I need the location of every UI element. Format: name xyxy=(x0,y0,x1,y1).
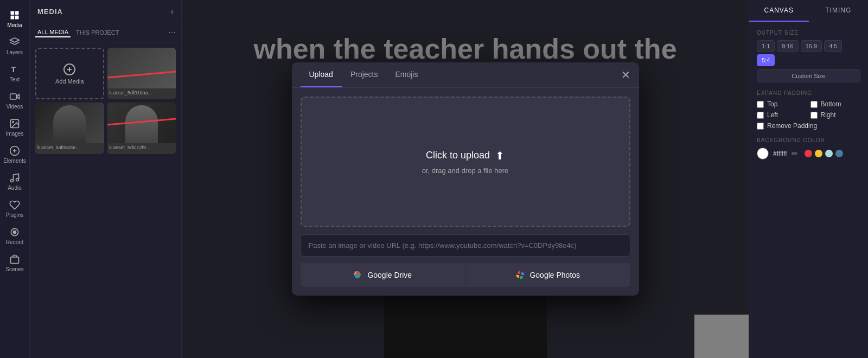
expand-padding-section: EXPAND PADDING Top Bottom Left Right xyxy=(757,90,860,130)
left-sidebar: Media Layers T Text Videos Images Elemen… xyxy=(0,0,30,358)
sidebar-item-text[interactable]: T Text xyxy=(0,60,29,87)
right-panel-content: OUTPUT SIZE 1:1 9:16 16:9 4:5 5:4 Custom… xyxy=(749,22,868,167)
upload-modal: Upload Projects Emojis ✕ Click to upload… xyxy=(292,62,639,296)
padding-left-row[interactable]: Left xyxy=(757,111,807,119)
sidebar-item-scenes[interactable]: Scenes xyxy=(0,250,29,277)
media-panel-tabs: ALL MEDIA THIS PROJECT ··· xyxy=(30,23,181,42)
google-photos-button[interactable]: Google Photos xyxy=(465,263,630,287)
padding-bottom-row[interactable]: Bottom xyxy=(810,100,861,108)
upload-drop-zone[interactable]: Click to upload ⬆ or, drag and drop a fi… xyxy=(301,97,630,227)
custom-size-button[interactable]: Custom Size xyxy=(757,69,860,82)
right-tab-timing[interactable]: TIMING xyxy=(809,0,869,22)
media-asset-1[interactable]: k asset_5df01bba... xyxy=(107,48,176,99)
color-preset-yellow[interactable] xyxy=(815,150,822,157)
media-panel-title: MEDIA xyxy=(37,8,63,16)
size-btn-9-16[interactable]: 9:16 xyxy=(777,40,798,52)
right-panel: CANVAS TIMING OUTPUT SIZE 1:1 9:16 16:9 … xyxy=(749,0,868,358)
expand-padding-grid: Top Bottom Left Right xyxy=(757,100,860,119)
modal-action-buttons: Google Drive Google Photos xyxy=(301,263,630,287)
svg-rect-2 xyxy=(11,16,15,20)
media-tab-more-icon[interactable]: ··· xyxy=(169,28,176,37)
sidebar-item-media[interactable]: Media xyxy=(0,5,29,33)
media-tab-all[interactable]: ALL MEDIA xyxy=(35,28,71,37)
media-asset-3[interactable]: k asset_5dic12f9... xyxy=(107,103,176,154)
modal-overlay: Upload Projects Emojis ✕ Click to upload… xyxy=(182,0,749,358)
bg-color-row: #ffffff ✏ xyxy=(757,148,860,159)
color-preset-green[interactable] xyxy=(825,150,833,157)
sidebar-item-plugins[interactable]: Plugins xyxy=(0,195,29,222)
padding-top-checkbox[interactable] xyxy=(757,101,764,108)
add-media-button[interactable]: Add Media xyxy=(35,48,104,99)
expand-padding-label: EXPAND PADDING xyxy=(757,90,860,96)
svg-rect-5 xyxy=(10,94,17,99)
bg-color-edit-icon[interactable]: ✏ xyxy=(792,149,798,158)
modal-tab-emojis[interactable]: Emojis xyxy=(386,62,426,87)
media-panel-close-icon[interactable]: ‹ xyxy=(171,7,174,16)
right-panel-tabs: CANVAS TIMING xyxy=(749,0,868,22)
svg-rect-1 xyxy=(15,11,19,15)
svg-rect-3 xyxy=(15,16,19,20)
sidebar-item-elements[interactable]: Elements xyxy=(0,141,29,168)
upload-arrow-icon: ⬆ xyxy=(495,149,505,162)
media-tab-project[interactable]: THIS PROJECT xyxy=(74,28,121,37)
sidebar-item-record[interactable]: Record xyxy=(0,222,29,250)
sidebar-item-audio[interactable]: Audio xyxy=(0,168,29,195)
svg-point-10 xyxy=(11,180,14,182)
svg-point-11 xyxy=(16,178,19,181)
media-panel: MEDIA ‹ ALL MEDIA THIS PROJECT ··· Add M… xyxy=(30,0,182,358)
modal-tab-projects[interactable]: Projects xyxy=(342,62,387,87)
remove-padding-checkbox[interactable] xyxy=(757,123,764,130)
color-preset-blue[interactable] xyxy=(835,150,843,157)
url-input-section xyxy=(301,234,630,257)
modal-tabs: Upload Projects Emojis ✕ xyxy=(292,62,639,88)
color-presets xyxy=(805,150,843,157)
bg-color-hex: #ffffff xyxy=(773,150,787,157)
modal-close-button[interactable]: ✕ xyxy=(621,68,630,81)
sidebar-item-videos[interactable]: Videos xyxy=(0,87,29,114)
output-size-section: OUTPUT SIZE 1:1 9:16 16:9 4:5 5:4 Custom… xyxy=(757,30,860,82)
remove-padding-row[interactable]: Remove Padding xyxy=(757,122,860,130)
background-color-section: BACKGROUND COLOR #ffffff ✏ xyxy=(757,137,860,159)
canvas-area: when the teacher hands out the Upload Pr… xyxy=(182,0,749,358)
media-panel-header: MEDIA ‹ xyxy=(30,0,181,23)
svg-point-8 xyxy=(12,122,14,123)
url-input[interactable] xyxy=(301,234,630,257)
padding-bottom-checkbox[interactable] xyxy=(810,101,818,108)
sidebar-item-layers[interactable]: Layers xyxy=(0,33,29,60)
padding-right-checkbox[interactable] xyxy=(810,112,818,119)
svg-rect-14 xyxy=(11,257,19,264)
output-size-options: 1:1 9:16 16:9 4:5 5:4 xyxy=(757,40,860,66)
size-btn-1-1[interactable]: 1:1 xyxy=(757,40,775,52)
upload-zone-subtext: or, drag and drop a file here xyxy=(422,167,509,175)
padding-left-checkbox[interactable] xyxy=(757,112,764,119)
svg-point-13 xyxy=(14,231,16,234)
bg-color-label: BACKGROUND COLOR xyxy=(757,137,860,143)
media-grid: Add Media k asset_5df01bba... k asset_5a… xyxy=(30,42,181,159)
padding-right-row[interactable]: Right xyxy=(810,111,861,119)
output-size-label: OUTPUT SIZE xyxy=(757,30,860,36)
color-preset-red[interactable] xyxy=(805,150,812,157)
google-drive-button[interactable]: Google Drive xyxy=(301,263,465,287)
size-btn-4-5[interactable]: 4:5 xyxy=(824,40,842,52)
bg-color-swatch[interactable] xyxy=(757,148,769,159)
media-asset-2[interactable]: k asset_5af062ce... xyxy=(35,103,104,154)
padding-top-row[interactable]: Top xyxy=(757,100,807,108)
size-btn-16-9[interactable]: 16:9 xyxy=(801,40,822,52)
svg-text:T: T xyxy=(11,65,16,74)
upload-zone-text: Click to upload xyxy=(426,150,490,161)
size-btn-5-4[interactable]: 5:4 xyxy=(757,54,775,66)
modal-tab-upload[interactable]: Upload xyxy=(301,62,342,87)
svg-rect-0 xyxy=(11,11,15,15)
sidebar-item-images[interactable]: Images xyxy=(0,114,29,141)
right-tab-canvas[interactable]: CANVAS xyxy=(749,0,809,22)
modal-body: Click to upload ⬆ or, drag and drop a fi… xyxy=(292,88,639,296)
